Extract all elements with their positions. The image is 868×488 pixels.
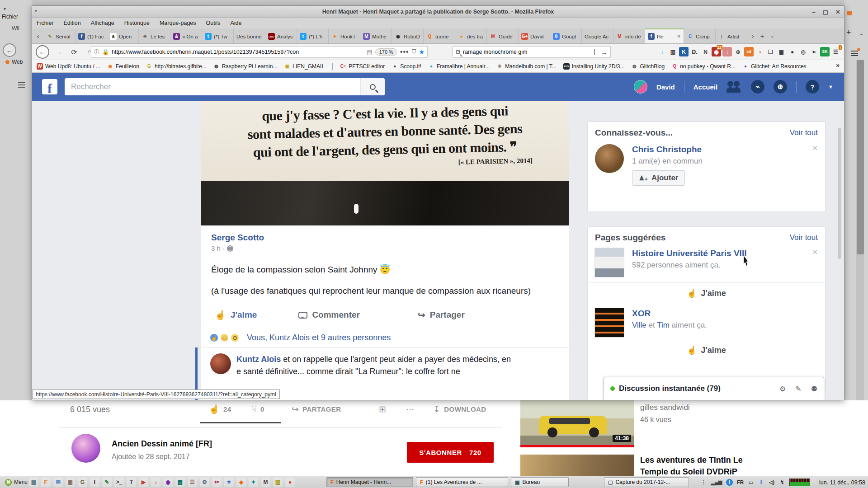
browser-tab[interactable]: ●des tra	[455, 28, 487, 43]
channel-name[interactable]: Ancien Dessin animé [FR]	[112, 439, 212, 449]
signal-icon[interactable]: ▂▄▆	[711, 479, 722, 486]
see-all-link[interactable]: Voir tout	[790, 128, 818, 137]
background-bookmark-web[interactable]: Web	[5, 59, 23, 65]
post-timestamp[interactable]: 3 h ·	[211, 244, 225, 252]
add-friend-button[interactable]: ♟₊Ajouter	[632, 170, 685, 186]
page-info-icon[interactable]: ⓘ	[94, 48, 99, 56]
browser-tab-active[interactable]: fHe✕	[645, 28, 684, 43]
commenter-name-link[interactable]: Kuntz Alois	[236, 355, 281, 364]
files-icon[interactable]: ▣	[66, 478, 75, 487]
friend-link[interactable]: Ville	[632, 321, 646, 329]
chat-sidebar-bar[interactable]: Discussion instantanée (79) ⚙ ✎ ⚉	[604, 377, 824, 400]
bookmark-item[interactable]: ◍Raspberry Pi Learnin...	[213, 63, 278, 70]
browser-tab[interactable]: aOpen	[107, 28, 139, 43]
profile-avatar[interactable]	[634, 80, 647, 94]
scrollbar-thumb[interactable]	[857, 60, 864, 254]
inkscape-icon[interactable]: I	[90, 478, 99, 487]
like-action-button[interactable]: ☝J'aime	[215, 310, 257, 320]
bookmark-item[interactable]: Ghttp://bitrates.gifbite...	[146, 63, 207, 70]
office-icon[interactable]: ▥	[273, 478, 283, 487]
suggested-friend-avatar[interactable]	[595, 144, 624, 173]
profile-link[interactable]: David	[656, 83, 675, 91]
tab-close-icon[interactable]: ✕	[677, 34, 681, 39]
page-scrollbar-thumb[interactable]	[838, 128, 841, 259]
cursor-addon-icon[interactable]: ➣	[809, 47, 819, 56]
menu-dition[interactable]: Édition	[64, 20, 81, 26]
related-video-title-line1[interactable]: Les aventures de Tintin Le	[640, 455, 743, 465]
blender-icon[interactable]: ✦	[249, 478, 258, 487]
new-tab-button[interactable]: +	[760, 33, 764, 40]
download-button[interactable]: ↧DOWNLOAD	[433, 404, 486, 414]
browser-tab[interactable]: &« On a	[170, 28, 202, 43]
video-downloader-icon[interactable]: ↓	[722, 47, 732, 56]
reactions-row[interactable]: ☝ ☺ ⊙ Vous, Kuntz Alois et 9 autres pers…	[201, 327, 569, 347]
browser-tab[interactable]: t(*) Tw	[202, 28, 234, 43]
background-window-menu-fichier[interactable]: Fichier	[2, 14, 18, 20]
mail-icon[interactable]: M	[261, 478, 270, 487]
chat-settings-gear-icon[interactable]: ⚙	[779, 385, 786, 393]
camera-icon[interactable]: ◉	[163, 478, 173, 487]
spreadsheet-icon[interactable]: ▤	[175, 478, 185, 487]
suggested-page-name[interactable]: XOR	[632, 308, 818, 319]
text-editor-icon[interactable]: T	[127, 478, 136, 487]
dismiss-page-icon[interactable]: ✕	[812, 248, 818, 277]
subscribe-button[interactable]: S'ABONNER 720	[407, 442, 494, 463]
media-player-icon[interactable]: ▶	[139, 478, 148, 487]
sidebar-icon[interactable]: ❏	[766, 47, 775, 56]
bookmark-item[interactable]: Qno pubkey - Qwant R...	[671, 63, 736, 70]
password-manager-icon[interactable]: K	[679, 47, 689, 56]
related-video-channel[interactable]: gilles sandwidi	[640, 403, 690, 412]
like-button[interactable]: ☝24	[209, 404, 231, 414]
facebook-search-button[interactable]	[360, 78, 385, 95]
browser-tab[interactable]: MMothe	[360, 28, 392, 43]
page-actions-icon[interactable]: •••	[400, 48, 409, 56]
background-menu-hamburger-icon[interactable]	[851, 51, 858, 52]
browser-tab[interactable]: ⋮Artist	[716, 28, 747, 43]
background-tab-list-button[interactable]: ⌄	[859, 30, 864, 37]
music-icon[interactable]: ♪	[151, 478, 160, 487]
home-link[interactable]: Accueil	[693, 83, 717, 91]
browser-tab[interactable]: MGuide	[487, 28, 519, 43]
addon-ball-icon[interactable]: ◑	[755, 47, 764, 56]
minimize-button[interactable]: –	[812, 9, 816, 15]
browser-tab[interactable]: CComp	[684, 28, 716, 43]
facebook-search-input[interactable]	[65, 82, 360, 91]
session-icon[interactable]: sd	[744, 47, 754, 56]
background-tab-partial[interactable]: Wil	[12, 25, 19, 32]
bookmark-item[interactable]: ◍GlitchBlog	[631, 63, 665, 70]
pointer-icon[interactable]: ◎	[798, 47, 808, 56]
friend-requests-icon[interactable]	[726, 81, 742, 93]
search-go-button[interactable]: →	[598, 48, 608, 56]
menu-marquepages[interactable]: Marque-pages	[160, 20, 196, 26]
background-back-button[interactable]: ←	[3, 43, 16, 57]
titlebar-dropdown-icon[interactable]: ▾	[35, 9, 37, 13]
addon-dark-icon[interactable]: ●	[788, 47, 797, 56]
taskbar-clock[interactable]: lun. 11 déc., 09:58	[819, 476, 865, 488]
krita-icon[interactable]: ◆	[236, 478, 246, 487]
background-hamburger-icon[interactable]	[18, 82, 25, 83]
channel-avatar[interactable]	[71, 434, 100, 463]
display-icon[interactable]: ▭	[748, 479, 754, 486]
menu-fichier[interactable]: Fichier	[37, 20, 54, 26]
suggested-page-avatar[interactable]	[595, 248, 624, 277]
taskbar-window-button[interactable]: F(1) Les Aventures de ...	[416, 477, 508, 487]
forward-button[interactable]: →	[53, 46, 65, 58]
share-action-button[interactable]: ↪Partager	[418, 310, 465, 320]
firefox-icon[interactable]: F	[41, 478, 51, 487]
show-desktop-icon[interactable]: ▦	[29, 478, 38, 487]
post-image-photo[interactable]	[201, 181, 569, 225]
commenter-avatar[interactable]	[210, 353, 231, 374]
pocket-icon[interactable]: ◉22	[712, 47, 721, 56]
dictionary-icon[interactable]: D.	[690, 47, 699, 56]
browser-tab[interactable]: ✎Serval	[44, 28, 75, 43]
reload-button[interactable]: ⟳	[68, 46, 80, 58]
browser-tab[interactable]: ✳Le fes	[139, 28, 170, 43]
library-icon[interactable]: ▥	[668, 47, 678, 56]
new-message-icon[interactable]: ✎	[795, 385, 801, 393]
zoom-level-badge[interactable]: 170 %	[375, 48, 397, 56]
screenshot-icon[interactable]: ✂	[212, 478, 222, 487]
suggested-page-name[interactable]: Histoire Université Paris VIII	[632, 248, 781, 259]
browser-tab[interactable]: ◉RoboD	[392, 28, 424, 43]
terminal-icon[interactable]: >_	[114, 478, 124, 487]
post-image-newspaper[interactable]: que j'y fasse ? C'est la vie. Il y a des…	[201, 101, 569, 181]
